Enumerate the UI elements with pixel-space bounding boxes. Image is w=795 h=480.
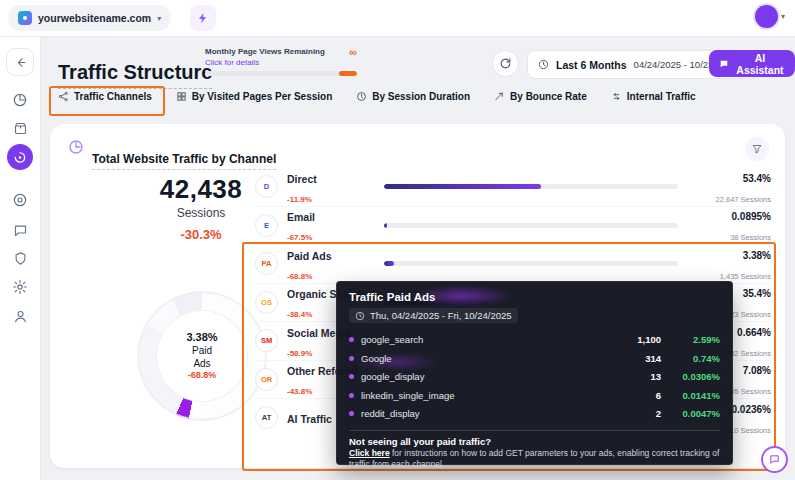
tab-session-duration[interactable]: By Session Duration [356, 91, 470, 102]
tab-bounce-rate[interactable]: By Bounce Rate [494, 91, 587, 102]
tab-traffic-channels[interactable]: Traffic Channels [58, 91, 152, 102]
pages-icon [176, 91, 187, 102]
tooltip-footer: Not seeing all your paid traffic? Click … [349, 430, 720, 470]
pie-chart-icon [12, 92, 28, 108]
bullet-dot-icon [349, 374, 354, 379]
channel-name: AI Traffic [287, 413, 332, 425]
sidebar-item-traffic[interactable] [7, 144, 33, 170]
quick-action-button[interactable] [190, 5, 216, 31]
bullet-dot-icon [349, 411, 354, 416]
channel-change: -43.8% [287, 387, 312, 396]
target-icon [12, 192, 28, 208]
source-percent: 0.0047% [668, 408, 720, 419]
collapse-sidebar-button[interactable] [6, 48, 34, 76]
refresh-button[interactable] [492, 50, 519, 77]
donut-center: 3.38% Paid Ads -68.8% [157, 311, 247, 401]
channel-sessions: 1,435 Sessions [720, 272, 771, 281]
sidebar-item-account[interactable] [6, 302, 34, 330]
report-tabs: Traffic Channels By Visited Pages Per Se… [58, 91, 696, 102]
ai-assistant-button[interactable]: AI Assistant [709, 50, 795, 77]
bolt-icon [197, 12, 209, 24]
channel-bar-fill [384, 184, 541, 189]
channel-badge: E [255, 214, 278, 237]
card-title: Total Website Traffic by Channel [92, 152, 276, 170]
channel-bar [384, 223, 678, 228]
arrow-left-icon [14, 56, 27, 69]
channel-bar-fill [384, 261, 394, 266]
package-icon [13, 121, 28, 136]
chat-icon [719, 58, 729, 70]
source-value: 13 [591, 371, 661, 382]
sidebar [0, 36, 41, 480]
channel-name: Email [287, 211, 315, 223]
quota-label: Monthly Page Views Remaining [205, 47, 325, 56]
tab-internal-traffic[interactable]: Internal Traffic [611, 91, 696, 102]
filter-button[interactable] [745, 137, 769, 161]
channel-badge: OS [255, 291, 278, 314]
channel-row-direct[interactable]: D Direct-11.9% 53.4%22,647 Sessions [255, 168, 771, 207]
quota-progress-fill [339, 71, 357, 76]
channel-change: -38.4% [287, 310, 312, 319]
source-name: google_display [361, 371, 584, 382]
sidebar-item-dashboard[interactable] [6, 86, 34, 114]
channel-sessions: 22,647 Sessions [716, 195, 771, 204]
channel-badge: SM [255, 329, 278, 352]
chevron-down-icon: ▾ [781, 12, 785, 21]
funnel-icon [751, 143, 763, 155]
source-name: reddit_display [361, 408, 584, 419]
source-value: 6 [591, 390, 661, 401]
bounce-icon [494, 91, 505, 102]
source-value: 314 [591, 353, 661, 364]
chat-icon [13, 223, 28, 238]
quota-details-link[interactable]: Click for details [205, 58, 357, 67]
traffic-donut-chart[interactable]: 3.38% Paid Ads -68.8% [138, 292, 266, 420]
sidebar-item-goals[interactable] [6, 186, 34, 214]
channels-icon [58, 91, 69, 102]
support-chat-button[interactable] [761, 446, 788, 473]
channel-sessions: 10 Sessions [730, 426, 771, 435]
channel-row-paid-ads[interactable]: PA Paid Ads-68.8% 3.38%1,435 Sessions [255, 245, 771, 284]
source-percent: 0.0306% [668, 371, 720, 382]
site-selector[interactable]: yourwebsitename.com ▾ [8, 5, 171, 31]
site-domain: yourwebsitename.com [38, 12, 151, 24]
source-percent: 2.59% [668, 334, 720, 345]
sidebar-item-settings[interactable] [6, 273, 34, 301]
tooltip-row: google_search 1,100 2.59% [349, 331, 720, 350]
donut-label-line1: Paid [192, 344, 212, 357]
topbar: yourwebsitename.com ▾ ▾ [0, 0, 795, 37]
source-percent: 0.74% [668, 353, 720, 364]
channel-row-email[interactable]: E Email-67.5% 0.0895%38 Sessions [255, 207, 771, 246]
channel-change: -67.5% [287, 233, 312, 242]
tooltip-click-here-link[interactable]: Click here [349, 448, 390, 458]
chevron-down-icon: ▾ [157, 14, 161, 23]
refresh-icon [499, 57, 512, 70]
channel-sessions: 38 Sessions [730, 233, 771, 242]
channel-percent: 7.08% [743, 365, 771, 376]
channel-percent: 0.0236% [732, 404, 771, 415]
donut-percent: 3.38% [186, 330, 217, 344]
channel-bar-fill [384, 223, 387, 228]
paid-ads-tooltip: Traffic Paid Ads Thu, 04/24/2025 - Fri, … [336, 281, 733, 465]
tab-visited-pages[interactable]: By Visited Pages Per Session [176, 91, 332, 102]
internal-icon [611, 91, 622, 102]
sidebar-item-security[interactable] [6, 244, 34, 272]
channel-badge: D [255, 175, 278, 198]
quota-progress-bar [205, 71, 357, 76]
ai-assistant-label: AI Assistant [735, 52, 785, 76]
tooltip-footer-title: Not seeing all your paid traffic? [349, 436, 720, 448]
tooltip-row: linkedin_single_image 6 0.0141% [349, 386, 720, 405]
sidebar-item-products[interactable] [6, 114, 34, 142]
tooltip-title: Traffic Paid Ads [349, 291, 720, 303]
infinity-icon: ∞ [349, 48, 357, 56]
bullet-dot-icon [349, 393, 354, 398]
chart-section-icon [68, 139, 84, 155]
tooltip-row: reddit_display 2 0.0047% [349, 405, 720, 424]
tab-label: By Session Duration [372, 91, 470, 102]
page-title: Traffic Structure [58, 61, 212, 89]
channel-badge: AT [255, 406, 278, 429]
tab-label: Traffic Channels [74, 91, 152, 102]
channel-bar [384, 184, 678, 189]
user-menu[interactable]: ▾ [755, 5, 785, 28]
channel-percent: 3.38% [743, 250, 771, 261]
sidebar-item-feedback[interactable] [6, 216, 34, 244]
